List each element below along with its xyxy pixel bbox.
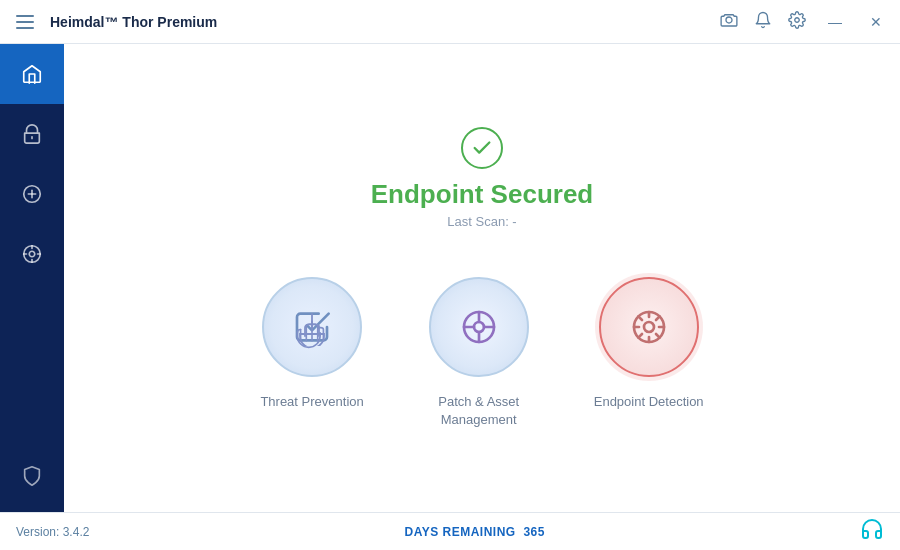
module-threat-prevention[interactable]: Threat Prevention [260, 277, 363, 411]
patch-label: Patch & Asset Management [424, 393, 534, 429]
days-remaining: DAYS REMAINING 365 [404, 525, 544, 539]
title-bar-left: Heimdal™ Thor Premium [12, 11, 217, 33]
settings-icon[interactable] [788, 11, 806, 33]
version-label: Version: 3.4.2 [16, 525, 89, 539]
sidebar [0, 44, 64, 512]
support-icon[interactable] [860, 517, 884, 546]
sidebar-item-shield[interactable] [0, 452, 64, 512]
title-bar: Heimdal™ Thor Premium — ✕ [0, 0, 900, 44]
app-title: Heimdal™ Thor Premium [50, 14, 217, 30]
threat-circle [262, 277, 362, 377]
sidebar-item-patch[interactable] [0, 164, 64, 224]
minimize-button[interactable]: — [822, 12, 848, 32]
module-patch-asset[interactable]: Patch & Asset Management [424, 277, 534, 429]
sidebar-item-home[interactable] [0, 44, 64, 104]
patch-circle [429, 277, 529, 377]
svg-line-27 [638, 334, 642, 338]
close-button[interactable]: ✕ [864, 12, 888, 32]
svg-point-13 [474, 322, 484, 332]
days-label: DAYS REMAINING [404, 525, 515, 539]
main-content: Endpoint Secured Last Scan: - [64, 44, 900, 512]
camera-icon[interactable] [720, 11, 738, 33]
svg-point-19 [644, 322, 654, 332]
status-section: Endpoint Secured Last Scan: - [371, 127, 593, 229]
threat-label: Threat Prevention [260, 393, 363, 411]
hamburger-menu[interactable] [12, 11, 38, 33]
footer: Version: 3.4.2 DAYS REMAINING 365 [0, 512, 900, 550]
modules-row: Threat Prevention Patch & Asset Manageme… [260, 277, 703, 429]
days-value: 365 [523, 525, 545, 539]
check-circle [461, 127, 503, 169]
bell-icon[interactable] [754, 11, 772, 33]
svg-point-0 [726, 17, 732, 23]
svg-point-7 [29, 251, 35, 257]
status-title: Endpoint Secured [371, 179, 593, 210]
svg-line-25 [656, 334, 660, 338]
svg-line-26 [656, 316, 660, 320]
sidebar-item-threat[interactable] [0, 104, 64, 164]
title-bar-controls: — ✕ [720, 11, 888, 33]
status-last-scan: Last Scan: - [447, 214, 516, 229]
main-layout: Endpoint Secured Last Scan: - [0, 44, 900, 512]
svg-point-1 [795, 17, 800, 22]
module-endpoint-detection[interactable]: Endpoint Detection [594, 277, 704, 411]
endpoint-circle [599, 277, 699, 377]
sidebar-item-endpoint[interactable] [0, 224, 64, 284]
svg-line-24 [638, 316, 642, 320]
endpoint-label: Endpoint Detection [594, 393, 704, 411]
